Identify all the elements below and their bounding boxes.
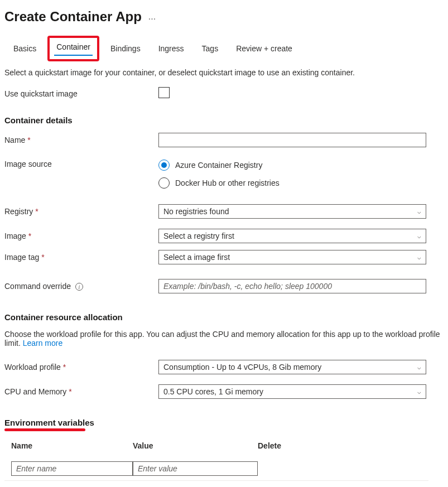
chevron-down-icon: ⌵: [417, 208, 421, 215]
cpu-memory-label: CPU and Memory: [4, 387, 66, 396]
env-col-value-header: Value: [133, 441, 258, 450]
more-actions-icon[interactable]: ...: [148, 12, 156, 22]
required-asterisk: *: [27, 136, 30, 144]
quickstart-label: Use quickstart image: [4, 89, 158, 98]
image-tag-value: Select a image first: [163, 253, 230, 262]
tab-tags[interactable]: Tags: [200, 41, 221, 56]
tab-bindings[interactable]: Bindings: [108, 41, 143, 56]
image-label: Image: [4, 232, 26, 240]
registry-label: Registry: [4, 207, 33, 216]
tab-ingress[interactable]: Ingress: [156, 41, 186, 56]
image-source-docker-radio[interactable]: Docker Hub or other registries: [158, 177, 426, 189]
env-col-delete-header: Delete: [258, 441, 428, 450]
container-details-heading: Container details: [4, 115, 444, 125]
chevron-down-icon: ⌵: [417, 364, 421, 371]
chevron-down-icon: ⌵: [417, 233, 421, 240]
required-asterisk: *: [69, 387, 71, 396]
workload-profile-label: Workload profile: [4, 363, 61, 372]
chevron-down-icon: ⌵: [417, 254, 421, 261]
image-tag-label: Image tag: [4, 253, 39, 262]
tab-container[interactable]: Container: [54, 39, 93, 56]
highlight-annotation: Container: [47, 36, 99, 61]
tab-basics[interactable]: Basics: [11, 41, 38, 56]
image-source-acr-label: Azure Container Registry: [175, 161, 262, 170]
workload-profile-select[interactable]: Consumption - Up to 4 vCPUs, 8 Gib memor…: [158, 360, 426, 374]
highlight-underline-annotation: [4, 428, 85, 431]
intro-text: Select a quickstart image for your conta…: [4, 68, 444, 77]
env-col-name-header: Name: [4, 441, 133, 450]
radio-checked-icon: [158, 160, 170, 171]
env-variables-heading: Environment variables: [4, 418, 94, 427]
tab-bar: Basics Container Bindings Ingress Tags R…: [11, 38, 444, 59]
info-icon[interactable]: i: [75, 283, 83, 291]
allocation-text: Choose the workload profile for this app…: [4, 330, 440, 348]
command-override-label: Command override: [4, 282, 71, 291]
quickstart-checkbox[interactable]: [158, 87, 170, 98]
command-override-input[interactable]: [158, 279, 426, 293]
learn-more-link[interactable]: Learn more: [23, 339, 63, 348]
chevron-down-icon: ⌵: [417, 388, 421, 396]
cpu-memory-value: 0.5 CPU cores, 1 Gi memory: [163, 387, 263, 396]
image-source-acr-radio[interactable]: Azure Container Registry: [158, 160, 426, 171]
image-value: Select a registry first: [163, 232, 234, 240]
image-source-label: Image source: [4, 160, 158, 168]
workload-profile-value: Consumption - Up to 4 vCPUs, 8 Gib memor…: [163, 363, 321, 372]
image-select[interactable]: Select a registry first ⌵: [158, 229, 426, 243]
env-value-input[interactable]: [133, 461, 258, 476]
cpu-memory-select[interactable]: 0.5 CPU cores, 1 Gi memory ⌵: [158, 384, 426, 399]
env-row: [4, 457, 428, 481]
tab-review-create[interactable]: Review + create: [234, 41, 295, 56]
radio-unchecked-icon: [158, 177, 170, 189]
name-label: Name: [4, 136, 25, 144]
name-input[interactable]: [158, 133, 426, 147]
required-asterisk: *: [35, 207, 38, 216]
required-asterisk: *: [28, 232, 31, 240]
resource-allocation-desc: Choose the workload profile for this app…: [4, 330, 444, 348]
registry-value: No registries found: [163, 207, 229, 216]
image-source-docker-label: Docker Hub or other registries: [175, 179, 280, 187]
required-asterisk: *: [63, 363, 66, 372]
registry-select[interactable]: No registries found ⌵: [158, 204, 426, 219]
required-asterisk: *: [41, 253, 44, 262]
resource-allocation-heading: Container resource allocation: [4, 312, 444, 322]
env-name-input[interactable]: [11, 461, 133, 476]
page-title: Create Container App: [4, 9, 142, 25]
image-tag-select[interactable]: Select a image first ⌵: [158, 250, 426, 264]
env-variables-table: Name Value Delete: [4, 441, 428, 481]
